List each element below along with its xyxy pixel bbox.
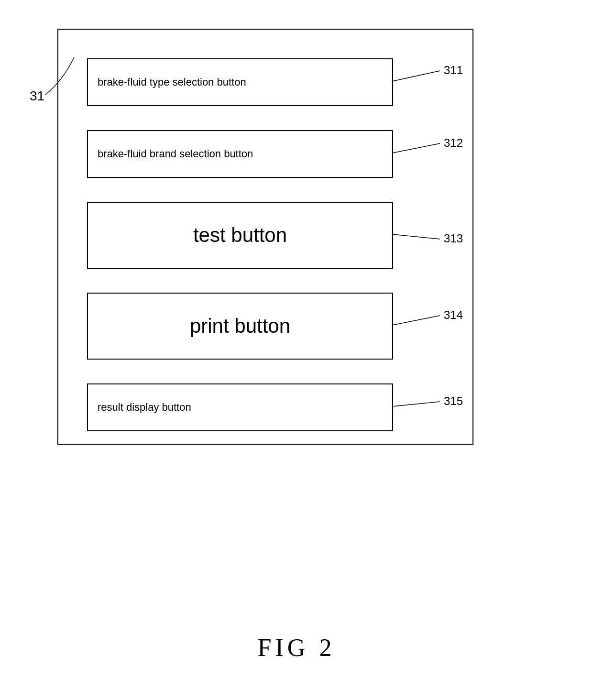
panel-id-label: 31: [30, 88, 44, 103]
btn-312-label: brake-fluid brand selection button: [98, 148, 253, 160]
figure-caption: FIG 2: [258, 634, 336, 662]
page: brake-fluid type selection button brake-…: [0, 0, 593, 700]
btn-315-label: result display button: [98, 401, 191, 414]
brake-fluid-brand-selection-button[interactable]: brake-fluid brand selection button: [87, 130, 393, 178]
print-button[interactable]: print button: [87, 293, 393, 360]
test-button[interactable]: test button: [87, 202, 393, 269]
btn-311-label: brake-fluid type selection button: [98, 76, 246, 88]
main-panel: brake-fluid type selection button brake-…: [57, 29, 473, 445]
btn-314-label: print button: [190, 315, 290, 338]
brake-fluid-type-selection-button[interactable]: brake-fluid type selection button: [87, 58, 393, 106]
btn-313-label: test button: [193, 224, 287, 247]
result-display-button[interactable]: result display button: [87, 383, 393, 431]
